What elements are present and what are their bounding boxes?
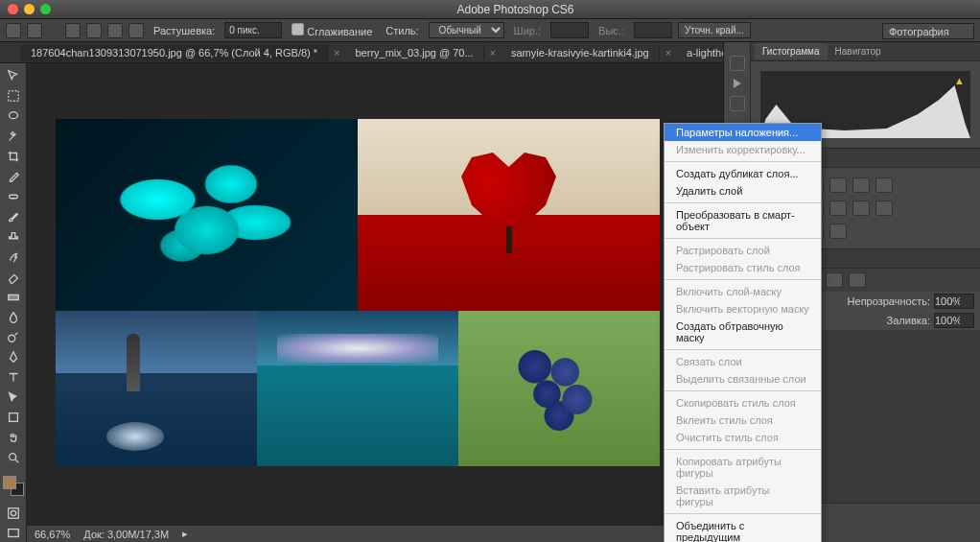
feather-label: Растушевка: — [150, 25, 219, 36]
antialias-checkbox-label[interactable]: Сглаживание — [288, 23, 376, 37]
svg-rect-0 — [8, 91, 18, 102]
tab-close-icon[interactable]: × — [328, 47, 345, 59]
canvas-area[interactable] — [27, 63, 723, 525]
svg-rect-9 — [8, 529, 18, 536]
marquee-subtract-icon[interactable] — [107, 23, 123, 38]
zoom-window-button[interactable] — [40, 4, 51, 14]
play-icon[interactable] — [734, 79, 741, 88]
height-input — [634, 22, 672, 38]
lasso-tool[interactable] — [3, 107, 24, 126]
ps-logo-icon[interactable] — [6, 23, 21, 38]
context-menu-item: Изменить корректировку... — [665, 141, 821, 158]
quickmask-button[interactable] — [3, 504, 24, 522]
tools-panel — [0, 63, 27, 542]
svg-rect-7 — [8, 507, 18, 518]
svg-point-8 — [11, 510, 15, 515]
document-tab[interactable]: berry_mix_03.jpg @ 70... — [346, 44, 484, 61]
eyedropper-tool[interactable] — [3, 168, 24, 186]
collapsed-panel-icon[interactable] — [730, 56, 745, 71]
histogram-tab[interactable]: Гистограмма — [755, 43, 828, 59]
move-tool[interactable] — [3, 67, 24, 85]
context-menu-item: Очистить стиль слоя — [665, 429, 821, 446]
image-region — [257, 311, 458, 466]
path-select-tool[interactable] — [3, 389, 24, 407]
dodge-tool[interactable] — [3, 328, 24, 346]
layer-filter-icon[interactable] — [826, 272, 843, 288]
titlebar: Adobe Photoshop CS6 — [0, 0, 980, 19]
collapsed-panel-icon[interactable] — [730, 96, 745, 111]
image-region — [358, 119, 660, 311]
healing-tool[interactable] — [3, 188, 24, 206]
status-chevron-icon[interactable]: ▸ — [182, 528, 188, 540]
adjustment-icon[interactable] — [829, 224, 847, 239]
screenmode-button[interactable] — [3, 524, 24, 542]
context-menu-item[interactable]: Объединить с предыдущим — [665, 517, 821, 542]
svg-point-1 — [9, 112, 17, 119]
width-input — [550, 22, 589, 38]
type-tool[interactable] — [3, 368, 24, 387]
context-menu-item: Выделить связанные слои — [665, 370, 821, 388]
layer-context-menu: Параметры наложения...Изменить корректир… — [664, 123, 822, 542]
minimize-window-button[interactable] — [24, 4, 35, 14]
gradient-tool[interactable] — [3, 288, 24, 306]
document-canvas[interactable] — [56, 119, 660, 466]
width-label: Шир.: — [510, 25, 545, 36]
pen-tool[interactable] — [3, 348, 24, 366]
feather-input[interactable] — [224, 22, 282, 38]
context-menu-item[interactable]: Преобразовать в смарт-объект — [665, 206, 821, 235]
layer-filter-icon[interactable] — [849, 272, 866, 288]
image-region — [56, 311, 257, 466]
fill-input[interactable] — [934, 313, 974, 328]
svg-rect-2 — [9, 195, 17, 199]
marquee-tool[interactable] — [3, 87, 24, 106]
zoom-level[interactable]: 66,67% — [35, 529, 70, 540]
style-label: Стиль: — [382, 25, 422, 36]
screen-mode-button[interactable] — [27, 23, 42, 38]
zoom-tool[interactable] — [3, 449, 24, 467]
history-brush-tool[interactable] — [3, 247, 24, 266]
eraser-tool[interactable] — [3, 268, 24, 286]
status-bar: 66,67% Док: 3,00M/17,3M ▸ — [27, 525, 723, 542]
marquee-add-icon[interactable] — [86, 23, 102, 38]
blur-tool[interactable] — [3, 308, 24, 326]
context-menu-item: Растрировать слой — [665, 242, 821, 259]
context-menu-item[interactable]: Создать обтравочную маску — [665, 318, 821, 346]
hand-tool[interactable] — [3, 429, 24, 447]
context-menu-item[interactable]: Удалить слой — [665, 182, 821, 200]
adjustment-icon[interactable] — [852, 200, 870, 216]
close-window-button[interactable] — [8, 4, 18, 14]
context-menu-item: Включить слой-маску — [665, 283, 821, 300]
adjustment-icon[interactable] — [829, 200, 847, 216]
marquee-new-icon[interactable] — [65, 23, 81, 38]
adjustment-icon[interactable] — [875, 200, 893, 216]
adjustment-icon[interactable] — [852, 177, 870, 193]
refine-edge-button[interactable]: Уточн. край... — [678, 22, 751, 38]
document-tab[interactable]: 187604chan1309313071950.jpg @ 66,7% (Сло… — [21, 44, 328, 61]
tab-close-icon[interactable]: × — [660, 47, 677, 59]
marquee-intersect-icon[interactable] — [128, 23, 144, 38]
tab-close-icon[interactable]: × — [484, 47, 502, 59]
window-title: Adobe Photoshop CS6 — [51, 3, 980, 16]
shape-tool[interactable] — [3, 409, 24, 427]
document-tab[interactable]: samyie-krasivyie-kartinki4.jpg — [502, 44, 660, 61]
context-menu-item[interactable]: Создать дубликат слоя... — [665, 165, 821, 182]
fill-label: Заливка: — [887, 315, 930, 326]
crop-tool[interactable] — [3, 148, 24, 166]
warning-icon[interactable]: ▲ — [954, 75, 965, 86]
color-swatches[interactable] — [3, 476, 24, 496]
context-menu-item: Растрировать стиль слоя — [665, 259, 821, 276]
context-menu-item[interactable]: Параметры наложения... — [665, 124, 821, 141]
brush-tool[interactable] — [3, 207, 24, 225]
context-menu-item: Вклеить стиль слоя — [665, 412, 821, 429]
opacity-input[interactable] — [934, 294, 974, 309]
image-region — [458, 311, 660, 466]
adjustment-icon[interactable] — [875, 177, 893, 193]
style-select[interactable]: Обычный — [429, 22, 504, 38]
adjustment-icon[interactable] — [829, 177, 847, 193]
doc-size[interactable]: Док: 3,00M/17,3M — [83, 529, 169, 540]
stamp-tool[interactable] — [3, 227, 24, 246]
workspace-switcher[interactable]: Фотография — [882, 23, 974, 39]
wand-tool[interactable] — [3, 128, 24, 146]
height-label: Выс.: — [595, 25, 628, 36]
navigator-tab[interactable]: Навигатор — [828, 43, 889, 59]
